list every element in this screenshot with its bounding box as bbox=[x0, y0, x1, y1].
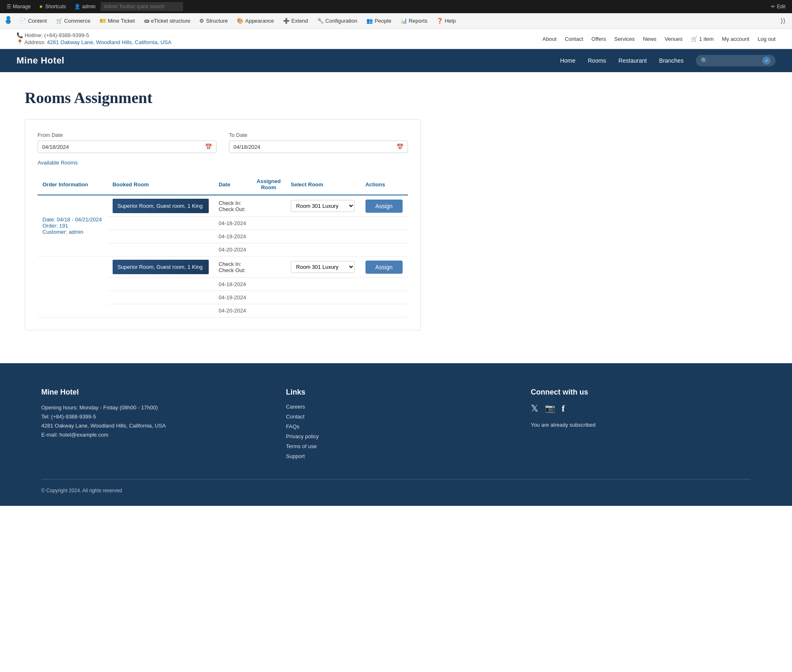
footer-grid: Mine Hotel Opening hours: Monday - Frida… bbox=[41, 388, 751, 463]
empty-assigned-5 bbox=[251, 291, 285, 304]
footer-links-title: Links bbox=[286, 388, 506, 397]
from-date-input[interactable] bbox=[42, 144, 205, 150]
empty-assigned-4 bbox=[251, 278, 285, 291]
header-nav-rooms[interactable]: Rooms bbox=[588, 57, 606, 64]
footer-email: E-mail: hotel@example.com bbox=[41, 430, 261, 439]
drupal-navbar: 📄 Content 🛒 Commerce 🎫 Mine Ticket 🎟 eTi… bbox=[0, 13, 792, 29]
nav-appearance[interactable]: 🎨 Appearance bbox=[233, 13, 278, 29]
footer-link-contact[interactable]: Contact bbox=[286, 414, 304, 420]
header-nav: Home Rooms Restaurant Branches 🔍 ✓ bbox=[560, 55, 776, 66]
col-order-info: Order Information bbox=[38, 174, 108, 195]
action-cell-2: Assign bbox=[361, 256, 408, 278]
page-title: Rooms Assignment bbox=[25, 89, 767, 107]
footer-link-faqs[interactable]: FAQs bbox=[286, 423, 299, 430]
hotline-info: 📞 Hotline: (+84)-9388-9399-5 bbox=[16, 32, 172, 38]
facebook-icon[interactable]: f bbox=[562, 403, 565, 414]
order-customer: Customer: admin bbox=[42, 229, 103, 235]
order-number: Order: 191 bbox=[42, 223, 103, 229]
order-info-cell: Date: 04/18 - 04/21/2024 Order: 191 Cust… bbox=[38, 195, 108, 256]
site-logo-drupal[interactable] bbox=[3, 15, 13, 26]
nav-offers[interactable]: Offers bbox=[592, 36, 606, 42]
action-cell: Assign bbox=[361, 195, 408, 217]
footer-tel: Tel: (+84)-9388-9399-5 bbox=[41, 412, 261, 421]
room-cell: Superior Room, Guest room, 1 King bbox=[113, 199, 209, 213]
manage-label: Manage bbox=[13, 4, 31, 9]
instagram-icon[interactable]: 📷 bbox=[545, 403, 555, 414]
admin-toolbar: ☰ Manage ★ Shortcuts 👤 admin ✏ Edit bbox=[0, 0, 792, 13]
header-nav-branches[interactable]: Branches bbox=[659, 57, 684, 64]
empty-select-2 bbox=[286, 230, 361, 243]
empty-action-5 bbox=[361, 291, 408, 304]
user-menu-item[interactable]: 👤 admin bbox=[71, 0, 99, 13]
manage-menu-item[interactable]: ☰ Manage bbox=[3, 0, 34, 13]
footer-link-privacy[interactable]: Privacy policy bbox=[286, 433, 318, 439]
available-rooms-link[interactable]: Available Rooms bbox=[38, 160, 408, 166]
nav-services[interactable]: Services bbox=[614, 36, 635, 42]
header-nav-restaurant[interactable]: Restaurant bbox=[618, 57, 646, 64]
footer-opening-hours: Opening hours: Monday - Friday (08h00 - … bbox=[41, 403, 261, 412]
from-date-field: From Date 📅 bbox=[38, 132, 217, 153]
date-cell-6: 04-20-2024 bbox=[214, 304, 251, 317]
to-date-input[interactable] bbox=[233, 144, 396, 150]
footer-link-support[interactable]: Support bbox=[286, 453, 305, 459]
nav-extend[interactable]: ➕ Extend bbox=[279, 13, 312, 29]
checkin-info: Check In: Check Out: bbox=[219, 200, 246, 212]
admin-search-input[interactable] bbox=[101, 2, 183, 11]
empty-room-cell bbox=[108, 217, 214, 230]
footer-connect-section: Connect with us 𝕏 📷 f You are already su… bbox=[531, 388, 751, 463]
empty-select-5 bbox=[286, 291, 361, 304]
edit-button[interactable]: ✏ Edit bbox=[768, 4, 789, 9]
checkin-label-2: Check In: bbox=[219, 261, 246, 267]
cart-icon: 🛒 bbox=[691, 36, 698, 42]
empty-action-6 bbox=[361, 304, 408, 317]
shortcuts-menu-item[interactable]: ★ Shortcuts bbox=[35, 0, 69, 13]
config-icon: 🔧 bbox=[317, 18, 324, 24]
footer-connect-title: Connect with us bbox=[531, 388, 751, 397]
search-submit-icon[interactable]: ✓ bbox=[762, 56, 771, 65]
calendar-icon-2[interactable]: 📅 bbox=[396, 143, 403, 150]
assign-button-1[interactable]: Assign bbox=[365, 200, 403, 213]
footer-link-careers[interactable]: Careers bbox=[286, 404, 305, 410]
header-nav-home[interactable]: Home bbox=[560, 57, 575, 64]
empty-action-4 bbox=[361, 278, 408, 291]
empty-room-cell-5 bbox=[108, 291, 214, 304]
nav-configuration[interactable]: 🔧 Configuration bbox=[313, 13, 361, 29]
assign-button-2[interactable]: Assign bbox=[365, 261, 403, 274]
date-cell-2: 04-19-2024 bbox=[214, 230, 251, 243]
empty-select-1 bbox=[286, 217, 361, 230]
room-select-1[interactable]: Room 301 Luxury Room 302 Deluxe Room 303… bbox=[291, 200, 355, 212]
empty-room-cell-4 bbox=[108, 278, 214, 291]
cart-item[interactable]: 🛒 1 item bbox=[691, 36, 714, 42]
nav-content[interactable]: 📄 Content bbox=[16, 13, 51, 29]
shortcuts-label: Shortcuts bbox=[45, 4, 66, 9]
room-select-2[interactable]: Room 301 Luxury Room 302 Deluxe Room 303… bbox=[291, 261, 355, 273]
nav-logout[interactable]: Log out bbox=[758, 36, 776, 42]
nav-commerce[interactable]: 🛒 Commerce bbox=[52, 13, 95, 29]
nav-news[interactable]: News bbox=[643, 36, 657, 42]
nav-venues[interactable]: Venues bbox=[665, 36, 682, 42]
date-cell-3: 04-20-2024 bbox=[214, 243, 251, 256]
nav-expand-button[interactable]: ⟩⟩ bbox=[777, 17, 789, 25]
date-cell-1: 04-18-2024 bbox=[214, 217, 251, 230]
empty-room-cell-2 bbox=[108, 230, 214, 243]
header-search-input[interactable] bbox=[710, 58, 760, 64]
to-date-wrapper: 📅 bbox=[229, 141, 408, 153]
nav-about[interactable]: About bbox=[542, 36, 556, 42]
site-info-bar: 📞 Hotline: (+84)-9388-9399-5 📍 Address: … bbox=[0, 29, 792, 49]
nav-contact[interactable]: Contact bbox=[565, 36, 583, 42]
calendar-icon[interactable]: 📅 bbox=[205, 143, 212, 150]
nav-mine-ticket[interactable]: 🎫 Mine Ticket bbox=[95, 13, 139, 29]
date-row: From Date 📅 To Date 📅 bbox=[38, 132, 408, 153]
nav-eticket-structure[interactable]: 🎟 eTicket structure bbox=[140, 13, 195, 29]
twitter-icon[interactable]: 𝕏 bbox=[531, 403, 538, 414]
page-icon: 📄 bbox=[20, 18, 26, 24]
nav-help[interactable]: ❓ Help bbox=[432, 13, 460, 29]
site-header: Mine Hotel Home Rooms Restaurant Branche… bbox=[0, 49, 792, 72]
footer-link-terms[interactable]: Terms of use bbox=[286, 443, 316, 449]
nav-my-account[interactable]: My account bbox=[722, 36, 749, 42]
nav-people[interactable]: 👥 People bbox=[362, 13, 395, 29]
nav-reports[interactable]: 📊 Reports bbox=[396, 13, 432, 29]
social-icons: 𝕏 📷 f bbox=[531, 403, 751, 414]
col-date: Date bbox=[214, 174, 251, 195]
nav-structure[interactable]: ⚙ Structure bbox=[195, 13, 232, 29]
